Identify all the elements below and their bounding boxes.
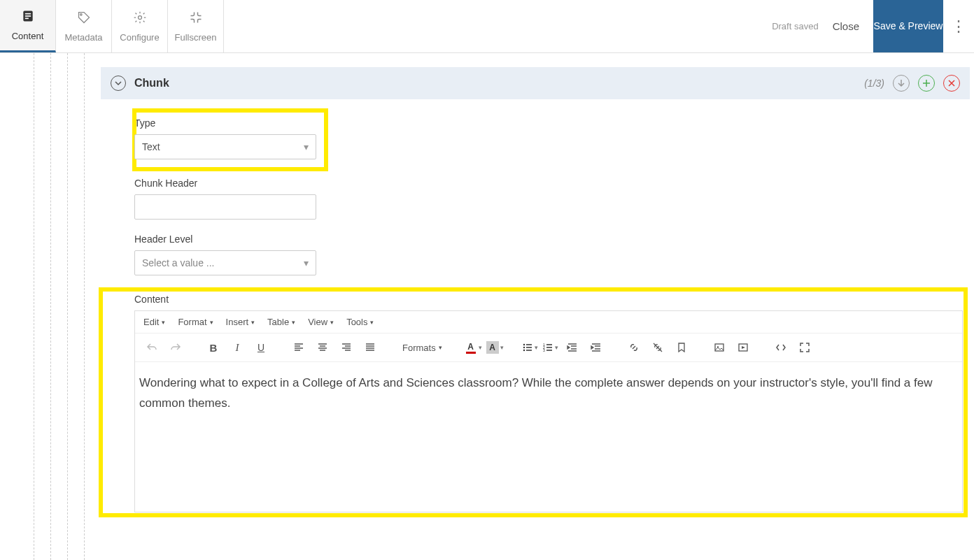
bold-button[interactable]: B <box>204 338 223 357</box>
fullscreen-exit-icon <box>189 10 203 28</box>
svg-point-5 <box>138 15 141 19</box>
content-icon <box>21 9 35 27</box>
menu-insert[interactable]: Insert▾ <box>226 317 255 327</box>
editor-menubar: Edit▾ Format▾ Insert▾ Table▾ View▾ Tools… <box>135 311 962 333</box>
svg-rect-3 <box>24 18 28 20</box>
text-color-icon: A <box>465 341 477 354</box>
indent-button[interactable] <box>586 338 606 357</box>
chunk-count: (1/3) <box>864 78 884 89</box>
media-icon <box>737 342 749 353</box>
rich-text-editor: Edit▾ Format▾ Insert▾ Table▾ View▾ Tools… <box>134 310 963 512</box>
caret-down-icon: ▾ <box>304 257 309 268</box>
svg-rect-2 <box>24 15 30 17</box>
move-down-button[interactable] <box>893 75 910 92</box>
align-right-button[interactable] <box>337 338 356 357</box>
expand-icon <box>799 342 810 353</box>
number-list-icon: 123 <box>542 342 553 353</box>
bullet-list-button[interactable]: ▾ <box>522 342 538 353</box>
tab-fullscreen[interactable]: Fullscreen <box>168 0 224 52</box>
tag-icon <box>77 10 91 28</box>
add-chunk-button[interactable] <box>918 75 935 92</box>
link-button[interactable] <box>624 338 644 357</box>
menu-tools[interactable]: Tools▾ <box>346 317 374 327</box>
close-icon <box>947 79 956 87</box>
undo-icon <box>146 342 157 353</box>
chunk-header-input[interactable] <box>134 194 316 220</box>
undo-button[interactable] <box>142 338 162 357</box>
media-button[interactable] <box>733 338 753 357</box>
redo-button[interactable] <box>166 338 185 357</box>
delete-chunk-button[interactable] <box>943 75 960 92</box>
unlink-icon <box>652 342 663 353</box>
outdent-icon <box>567 342 578 353</box>
tab-configure[interactable]: Configure <box>112 0 168 52</box>
tree-rails <box>17 53 101 560</box>
type-label: Type <box>134 117 316 129</box>
number-list-button[interactable]: 123▾ <box>542 342 558 353</box>
svg-text:3: 3 <box>543 348 545 352</box>
tab-label: Content <box>12 31 44 41</box>
image-icon <box>714 342 725 353</box>
svg-point-6 <box>523 344 524 345</box>
type-highlight: Type Text ▾ <box>134 110 326 169</box>
align-justify-icon <box>365 342 376 353</box>
content-label: Content <box>134 294 963 305</box>
formats-dropdown[interactable]: Formats▾ <box>398 343 446 353</box>
bullet-list-icon <box>522 342 533 353</box>
close-button[interactable]: Close <box>833 20 859 32</box>
align-left-icon <box>293 342 304 353</box>
code-icon <box>775 342 786 353</box>
more-menu-button[interactable]: ⋮ <box>943 0 974 52</box>
top-toolbar: Content Metadata Configure Fullscreen Dr… <box>0 0 974 53</box>
bookmark-icon <box>676 342 687 353</box>
indent-icon <box>591 342 602 353</box>
text-color-button[interactable]: A▾ <box>465 341 482 354</box>
chunk-header-bar: Chunk (1/3) <box>101 67 970 99</box>
editor-body[interactable]: Wondering what to expect in a College of… <box>135 362 962 512</box>
chunk-title: Chunk <box>134 77 169 89</box>
svg-rect-1 <box>24 13 30 15</box>
outdent-button[interactable] <box>563 338 582 357</box>
save-preview-button[interactable]: Save & Preview <box>873 0 943 52</box>
unlink-button[interactable] <box>648 338 668 357</box>
plus-icon <box>922 79 931 87</box>
editor-text: Wondering what to expect in a College of… <box>139 376 932 410</box>
menu-edit[interactable]: Edit▾ <box>143 317 165 327</box>
editor-toolbar: B I U Formats▾ A▾ <box>135 333 962 362</box>
svg-rect-12 <box>715 344 724 351</box>
header-level-select[interactable]: Select a value ... ▾ <box>134 250 316 275</box>
bookmark-button[interactable] <box>672 338 691 357</box>
collapse-toggle[interactable] <box>111 76 126 91</box>
chevron-down-icon <box>115 80 122 87</box>
caret-down-icon: ▾ <box>304 141 309 152</box>
tab-metadata[interactable]: Metadata <box>56 0 112 52</box>
bg-color-button[interactable]: A▾ <box>486 341 504 354</box>
align-center-icon <box>317 342 328 353</box>
type-select[interactable]: Text ▾ <box>134 134 316 159</box>
italic-button[interactable]: I <box>227 338 247 357</box>
header-level-label: Header Level <box>134 234 974 245</box>
menu-view[interactable]: View▾ <box>308 317 334 327</box>
menu-table[interactable]: Table▾ <box>267 317 295 327</box>
gear-icon <box>133 10 147 28</box>
header-level-placeholder: Select a value ... <box>142 257 215 268</box>
menu-format[interactable]: Format▾ <box>178 317 213 327</box>
underline-icon: U <box>257 342 264 353</box>
svg-point-7 <box>523 347 524 348</box>
bold-icon: B <box>210 342 218 354</box>
align-left-button[interactable] <box>289 338 309 357</box>
italic-icon: I <box>236 342 239 354</box>
draft-status: Draft saved <box>772 21 818 31</box>
image-button[interactable] <box>710 338 729 357</box>
tab-label: Configure <box>120 32 159 43</box>
chunk-header-label: Chunk Header <box>134 178 974 189</box>
tab-content[interactable]: Content <box>0 0 56 52</box>
code-button[interactable] <box>771 338 791 357</box>
fullscreen-editor-button[interactable] <box>795 338 814 357</box>
align-justify-button[interactable] <box>360 338 380 357</box>
content-highlight: Content Edit▾ Format▾ Insert▾ Table▾ Vie… <box>101 289 966 515</box>
kebab-icon: ⋮ <box>951 17 966 36</box>
svg-point-8 <box>523 350 524 351</box>
align-center-button[interactable] <box>313 338 332 357</box>
underline-button[interactable]: U <box>251 338 271 357</box>
